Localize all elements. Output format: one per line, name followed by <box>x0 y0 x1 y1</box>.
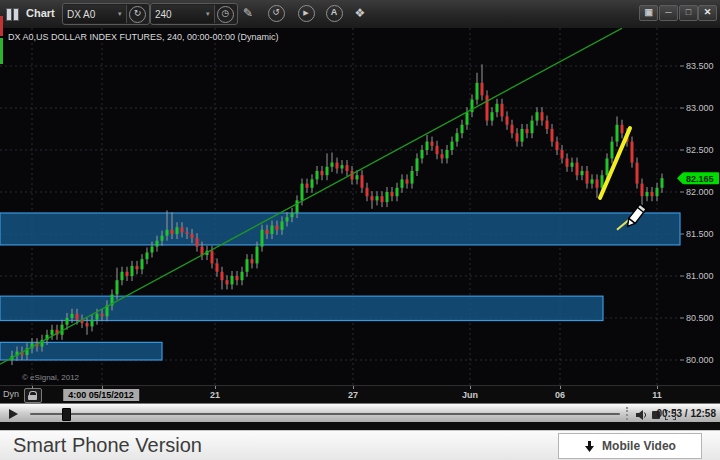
divider <box>0 422 720 430</box>
time-axis-label: 06 <box>555 390 565 400</box>
page-footer: Smart Phone Version Mobile Video <box>0 430 720 460</box>
interval-group: 240 ▾ ◷ <box>150 3 238 25</box>
left-edge-green-strip <box>0 38 3 64</box>
time-axis-label: 27 <box>348 390 358 400</box>
pencil-icon: ✎ <box>243 6 253 20</box>
symbol-lookup-icon: ↻ <box>129 6 146 23</box>
candlestick-plot[interactable]: 83.50083.00082.50082.00081.50081.00080.5… <box>0 28 720 385</box>
symbol-lookup-button[interactable]: ↻ <box>127 5 149 23</box>
svg-text:81.000: 81.000 <box>686 271 714 281</box>
svg-text:82.165: 82.165 <box>686 174 714 184</box>
time-axis-tick <box>102 386 103 389</box>
svg-text:80.500: 80.500 <box>686 313 714 323</box>
symbol-value: DX A0 <box>67 9 115 20</box>
draw-pencil-button[interactable]: ✎ <box>238 4 258 22</box>
svg-text:83.000: 83.000 <box>686 103 714 113</box>
chevron-down-icon: ▾ <box>118 10 122 18</box>
svg-text:83.500: 83.500 <box>686 61 714 71</box>
volume-icon[interactable] <box>636 410 648 420</box>
time-axis-bar: Dyn 4:00 05/15/2012 2127Jun0611 <box>0 385 720 404</box>
download-arrow-icon <box>584 440 595 453</box>
chart-window-icon <box>6 7 20 20</box>
crosshair-date-tag: 4:00 05/15/2012 <box>63 389 139 401</box>
mobile-video-button[interactable]: Mobile Video <box>558 433 702 459</box>
video-seek-track[interactable] <box>30 413 620 415</box>
maximize-window-button[interactable]: □ <box>679 5 698 21</box>
svg-text:DX A0,US DOLLAR INDEX FUTURES,: DX A0,US DOLLAR INDEX FUTURES, 240, 00:0… <box>8 32 279 42</box>
play-icon: ▶ <box>298 5 315 22</box>
section-heading: Smart Phone Version <box>13 434 202 457</box>
divider <box>626 407 628 420</box>
window-title: Chart <box>26 7 55 19</box>
mobile-video-label: Mobile Video <box>602 439 676 453</box>
svg-text:© eSignal, 2012: © eSignal, 2012 <box>22 373 80 382</box>
video-play-button[interactable] <box>9 409 18 419</box>
video-time-display: 00:53 / 12:58 <box>657 408 717 419</box>
reload-icon: ↺ <box>268 5 285 22</box>
link-button[interactable]: ❖ <box>350 4 370 22</box>
interval-clock-button[interactable]: ◷ <box>215 5 237 23</box>
reload-button[interactable]: ↺ <box>266 4 286 22</box>
interval-combo[interactable]: 240 ▾ <box>151 5 215 23</box>
symbol-combo[interactable]: DX A0 ▾ <box>63 5 127 23</box>
interval-value: 240 <box>155 9 203 20</box>
window-titlebar: Chart DX A0 ▾ ↻ 240 ▾ ◷ ✎ ↺ ▶ A ❖ ▣ ─ □ … <box>0 0 720 29</box>
close-window-button[interactable]: ✕ <box>698 5 717 21</box>
svg-text:80.000: 80.000 <box>686 355 714 365</box>
time-axis-tick <box>657 386 658 389</box>
alerts-button[interactable]: A <box>324 4 344 22</box>
video-player-bar: 00:53 / 12:58 <box>0 403 720 423</box>
left-edge-red-strip <box>0 16 3 36</box>
replay-button[interactable]: ▶ <box>296 4 316 22</box>
clock-icon: ◷ <box>217 6 234 23</box>
time-axis-tick <box>215 386 216 389</box>
svg-text:82.000: 82.000 <box>686 187 714 197</box>
restore-window-button[interactable]: ▣ <box>639 5 658 21</box>
link-diamond-icon: ❖ <box>355 6 366 20</box>
minimize-window-button[interactable]: ─ <box>659 5 678 21</box>
time-axis-tick <box>560 386 561 389</box>
symbol-group: DX A0 ▾ ↻ <box>62 3 150 25</box>
lock-button[interactable] <box>24 388 42 403</box>
time-axis-label: Jun <box>462 390 478 400</box>
chevron-down-icon: ▾ <box>206 10 210 18</box>
time-axis-tick <box>32 386 33 389</box>
svg-text:82.500: 82.500 <box>686 145 714 155</box>
dyn-label: Dyn <box>3 389 19 399</box>
svg-text:81.500: 81.500 <box>686 229 714 239</box>
time-axis-tick <box>470 386 471 389</box>
time-axis-label: 21 <box>210 390 220 400</box>
time-axis-tick <box>353 386 354 389</box>
chart-canvas[interactable]: 83.50083.00082.50082.00081.50081.00080.5… <box>0 28 720 385</box>
video-seek-handle[interactable] <box>62 408 71 421</box>
time-axis-label: 11 <box>652 390 662 400</box>
alert-icon: A <box>326 5 343 22</box>
pencil-cursor-icon <box>622 202 648 232</box>
